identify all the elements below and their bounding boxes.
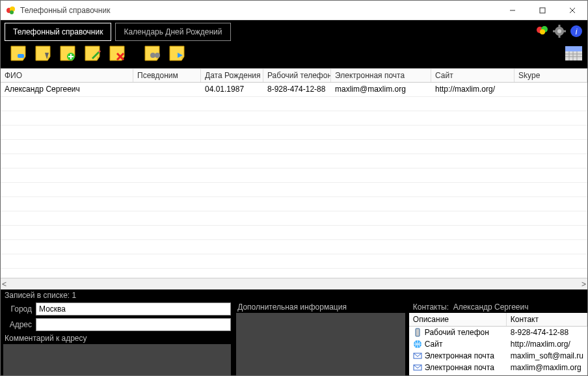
contact-row[interactable]: Рабочий телефон 8-928-474-12-88 [409,327,587,338]
table-row[interactable]: Александр Сергееич 04.01.1987 8-928-474-… [1,83,587,97]
col-site[interactable]: Сайт [431,69,514,82]
extra-info-panel: Дополнительная информация [234,301,408,376]
app-icon [6,5,16,16]
mail-icon [413,363,422,372]
gear-icon[interactable] [552,24,567,38]
city-label: Город [3,304,32,314]
svg-point-11 [557,29,561,33]
note-edit-icon[interactable] [83,45,102,62]
extra-info-label: Дополнительная информация [236,302,406,312]
city-input[interactable] [36,302,231,316]
maximize-button[interactable] [528,1,557,20]
contacts-person: Александр Сергееич [453,302,529,312]
note-add-icon[interactable] [58,45,77,62]
balloons-icon[interactable] [535,24,550,38]
note-pin-icon[interactable] [33,45,53,62]
svg-rect-45 [565,51,582,60]
horizontal-scrollbar[interactable]: < > [1,278,587,289]
svg-point-40 [155,53,160,58]
scroll-right-icon[interactable]: > [581,280,586,289]
calendar-icon[interactable] [564,44,583,63]
contacts-col-contact[interactable]: Контакт [507,313,587,326]
col-workphone[interactable]: Рабочий телефон [263,69,331,82]
tab-phonebook[interactable]: Телефонный справочник [5,23,111,41]
svg-text:i: i [576,27,578,36]
col-email[interactable]: Электронная почта [331,69,431,82]
svg-rect-44 [565,46,582,51]
phone-icon [413,328,422,337]
note-search-icon[interactable] [142,45,162,62]
mail-icon [413,351,422,360]
details-area: Записей в списке: 1 Город Адрес Коммента… [1,289,587,376]
note-tag-icon[interactable] [8,45,28,62]
col-alias[interactable]: Псевдоним [133,69,201,82]
record-count: Записей в списке: 1 [1,289,587,301]
extra-info-textarea[interactable] [236,313,405,376]
contacts-header-prefix: Контакты: [413,302,449,312]
grid-body[interactable]: Александр Сергееич 04.01.1987 8-928-474-… [1,83,587,278]
contact-row[interactable]: Сайт http://maxlim.org/ [409,338,587,350]
svg-point-39 [150,53,155,58]
contacts-panel: Контакты: Александр Сергееич Описание Ко… [408,301,587,376]
col-fio[interactable]: ФИО [1,69,133,82]
svg-rect-51 [416,329,420,336]
info-icon[interactable]: i [569,24,583,38]
close-button[interactable] [557,1,587,20]
grid-header: ФИО Псевдоним Дата Рождения Рабочий теле… [1,68,587,83]
svg-rect-20 [18,54,24,58]
address-input[interactable] [36,318,231,331]
tab-birthday-calendar[interactable]: Календарь Дней Рождений [115,23,230,41]
comment-label: Комментарий к адресу [3,334,231,343]
contacts-col-desc[interactable]: Описание [409,313,507,326]
main-toolbar-area: Телефонный справочник Календарь Дней Рож… [1,20,587,68]
col-skype[interactable]: Skype [514,69,587,82]
contact-row[interactable]: Электронная почта maxlim@maxlim.org [409,362,587,373]
minimize-button[interactable] [498,1,528,20]
svg-rect-4 [540,8,545,13]
titlebar: Телефонный справочник [1,1,587,20]
comment-textarea[interactable] [3,344,231,375]
address-panel: Город Адрес Комментарий к адресу [1,301,234,376]
svg-point-2 [10,10,14,14]
svg-point-9 [540,29,545,34]
window-title: Телефонный справочник [20,6,498,15]
note-export-icon[interactable] [167,45,187,62]
address-label: Адрес [3,320,32,329]
note-delete-icon[interactable] [107,45,127,62]
col-dob[interactable]: Дата Рождения [201,69,263,82]
scroll-left-icon[interactable]: < [2,280,7,289]
contact-row[interactable]: Электронная почта maxlim_soft@mail.ru [409,350,587,362]
globe-icon [413,340,422,349]
